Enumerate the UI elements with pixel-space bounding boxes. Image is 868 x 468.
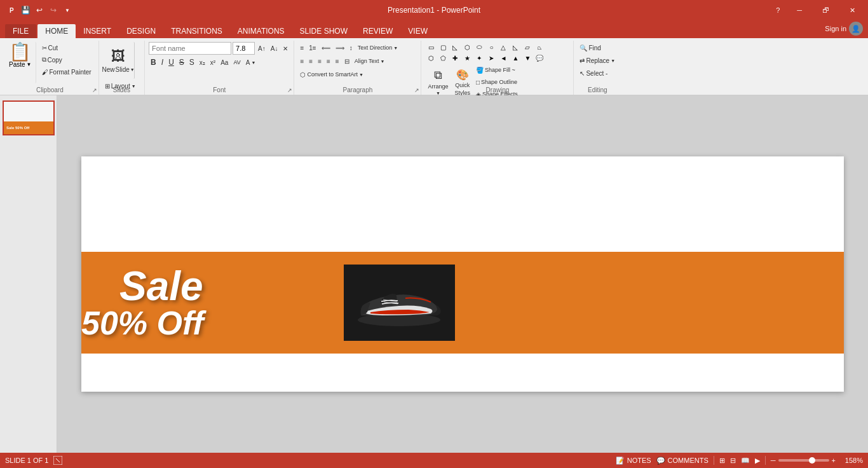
- superscript-button[interactable]: x²: [208, 57, 217, 68]
- outline-view-button[interactable]: ⊟: [730, 457, 736, 465]
- distributed-button[interactable]: ≡: [334, 55, 341, 67]
- paste-button[interactable]: 📋 Paste ▼: [5, 42, 36, 83]
- copy-button[interactable]: ⧉ Copy: [40, 54, 93, 65]
- convert-smartart-dd[interactable]: ▼: [359, 72, 363, 77]
- tab-home[interactable]: HOME: [37, 24, 76, 38]
- tab-transitions[interactable]: TRANSITIONS: [163, 24, 230, 38]
- shape-rtriangle[interactable]: ◺: [510, 42, 521, 52]
- shrink-font-button[interactable]: A↓: [269, 43, 280, 54]
- slide-canvas[interactable]: Sale 50% Off: [81, 156, 844, 392]
- subscript-button[interactable]: x₂: [198, 57, 207, 68]
- tab-view[interactable]: VIEW: [400, 24, 435, 38]
- text-direction-dd[interactable]: ▼: [393, 46, 398, 50]
- bold-button[interactable]: B: [149, 57, 158, 68]
- normal-view-button[interactable]: ⊞: [719, 457, 725, 465]
- slide-banner[interactable]: Sale 50% Off: [81, 252, 844, 354]
- restore-button[interactable]: 🗗: [815, 0, 837, 20]
- tab-review[interactable]: REVIEW: [355, 24, 400, 38]
- align-center-button[interactable]: ≡: [307, 55, 315, 67]
- shape-callout[interactable]: 💬: [534, 53, 545, 63]
- paste-dropdown-arrow[interactable]: ▼: [27, 62, 32, 67]
- font-expand-button[interactable]: ↗: [287, 87, 292, 93]
- cut-button[interactable]: ✂ Cut: [40, 42, 93, 53]
- shape-star5[interactable]: ★: [461, 53, 473, 63]
- font-size-input[interactable]: [233, 42, 255, 55]
- font-color-dd[interactable]: ▼: [251, 60, 255, 65]
- tab-slideshow[interactable]: SLIDE SHOW: [292, 24, 355, 38]
- align-right-button[interactable]: ≡: [316, 55, 323, 67]
- new-slide-button[interactable]: 🖼 New Slide ▼: [103, 42, 135, 79]
- font-name-input[interactable]: [149, 42, 231, 55]
- zoom-out-button[interactable]: ─: [771, 457, 776, 464]
- grow-font-button[interactable]: A↑: [256, 43, 268, 54]
- minimize-button[interactable]: ─: [789, 0, 810, 20]
- find-button[interactable]: 🔍 Find: [578, 42, 602, 53]
- clear-formatting-button[interactable]: ✕: [281, 43, 290, 54]
- numbered-list-button[interactable]: 1≡: [307, 42, 318, 53]
- shape-hex[interactable]: ⬡: [425, 53, 437, 63]
- zoom-thumb[interactable]: [809, 457, 815, 464]
- redo-button[interactable]: ↪: [47, 4, 60, 17]
- line-spacing-button[interactable]: ↕: [348, 42, 355, 53]
- tab-file[interactable]: FILE: [5, 24, 36, 38]
- tab-animations[interactable]: ANIMATIONS: [230, 24, 292, 38]
- shape-arrow-l[interactable]: ◄: [498, 53, 509, 63]
- comments-button[interactable]: 💬 COMMENTS: [656, 457, 709, 465]
- replace-button[interactable]: ⇄ Replace ▼: [578, 55, 617, 66]
- font-color-button[interactable]: A ▼: [244, 57, 258, 68]
- shape-cylinder[interactable]: ⬭: [473, 42, 485, 52]
- tab-design[interactable]: DESIGN: [119, 24, 163, 38]
- help-button[interactable]: ?: [771, 4, 784, 17]
- reading-view-button[interactable]: 📖: [741, 457, 750, 465]
- character-spacing-button[interactable]: AV: [231, 57, 242, 68]
- paragraph-expand-button[interactable]: ↗: [414, 87, 419, 93]
- shape-arrow-u[interactable]: ▲: [510, 53, 521, 63]
- slideshow-view-button[interactable]: ▶: [755, 457, 760, 465]
- clipboard-expand-button[interactable]: ↗: [92, 87, 97, 93]
- undo-button[interactable]: ↩: [33, 4, 46, 17]
- slide-thumbnail-1[interactable]: 1 Sale 50% Off: [3, 100, 55, 135]
- shape-cross[interactable]: ✚: [449, 53, 461, 63]
- zoom-in-button[interactable]: +: [832, 457, 836, 464]
- shape-diamond[interactable]: ⬡: [461, 42, 473, 52]
- new-slide-dd-arrow[interactable]: ▼: [130, 67, 135, 72]
- close-button[interactable]: ✕: [842, 0, 863, 20]
- fit-slide-button[interactable]: [53, 456, 62, 465]
- zoom-level[interactable]: 158%: [841, 457, 863, 464]
- shape-snip[interactable]: ◺: [449, 42, 461, 52]
- format-painter-button[interactable]: 🖌 Format Painter: [40, 66, 93, 78]
- notes-button[interactable]: 📝 NOTES: [616, 457, 651, 465]
- shoe-image[interactable]: [344, 265, 455, 341]
- bullets-button[interactable]: ≡: [298, 42, 306, 53]
- columns-button[interactable]: ⊟: [342, 55, 351, 67]
- text-shadow-button[interactable]: S: [187, 57, 196, 68]
- increase-indent-button[interactable]: ⟹: [334, 42, 346, 53]
- shape-fill-button[interactable]: 🪣 Shape Fill ~: [474, 64, 520, 76]
- shape-oct[interactable]: ⬠: [437, 53, 449, 63]
- align-text-dd[interactable]: ▼: [381, 59, 385, 64]
- save-button[interactable]: 💾: [19, 4, 32, 17]
- justify-button[interactable]: ≡: [325, 55, 332, 67]
- shape-arrow-d[interactable]: ▼: [522, 53, 533, 63]
- replace-dd[interactable]: ▼: [611, 59, 615, 63]
- underline-button[interactable]: U: [166, 57, 176, 68]
- convert-smartart-button[interactable]: ⬡ Convert to SmartArt ▼: [298, 69, 365, 80]
- shape-roundrect[interactable]: ▢: [437, 42, 449, 52]
- tab-insert[interactable]: INSERT: [76, 24, 119, 38]
- customize-qat-button[interactable]: ▼: [61, 4, 74, 17]
- align-left-button[interactable]: ≡: [298, 55, 306, 67]
- shape-triangle[interactable]: △: [498, 42, 509, 52]
- signin-button[interactable]: Sign in 👤: [825, 22, 863, 38]
- shape-para[interactable]: ▱: [522, 42, 533, 52]
- shape-circle[interactable]: ○: [485, 42, 497, 52]
- text-direction-button[interactable]: Text Direction ▼: [356, 42, 400, 53]
- change-case-button[interactable]: Aa: [219, 57, 230, 68]
- zoom-control[interactable]: ─ +: [771, 457, 836, 464]
- shape-rect[interactable]: ▭: [425, 42, 437, 52]
- canvas-area[interactable]: Sale 50% Off: [57, 95, 868, 453]
- shape-arrow-r[interactable]: ➤: [485, 53, 497, 63]
- align-text-button[interactable]: Align Text ▼: [353, 55, 387, 67]
- zoom-track[interactable]: [778, 459, 829, 462]
- shape-trap[interactable]: ⏢: [534, 42, 545, 52]
- select-button[interactable]: ↖ Select -: [578, 67, 609, 79]
